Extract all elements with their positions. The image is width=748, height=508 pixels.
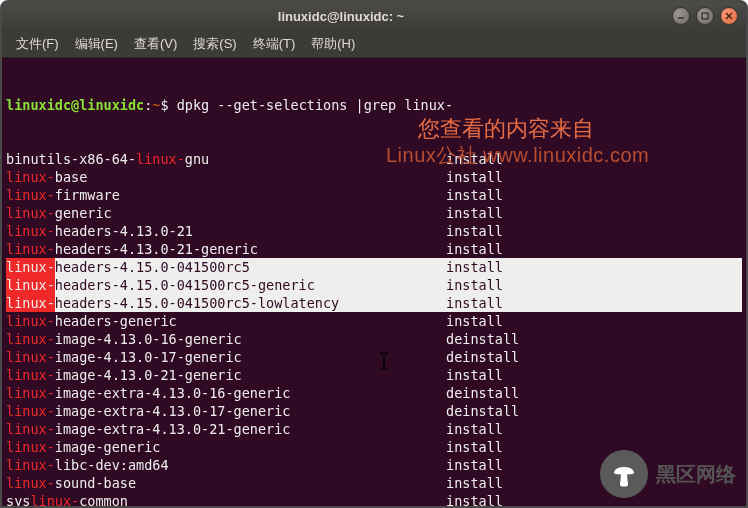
pkg-suffix: image-4.13.0-17-generic: [55, 348, 242, 366]
pkg-status: install: [446, 276, 503, 294]
prompt-line: linuxidc@linuxidc:~$ dpkg --get-selectio…: [6, 96, 742, 114]
pkg-status: install: [446, 204, 503, 222]
pkg-prefix: sys: [6, 492, 30, 506]
pkg-suffix: firmware: [55, 186, 120, 204]
output-row: linux-image-extra-4.13.0-21-genericinsta…: [6, 420, 742, 438]
grep-match: linux-: [6, 438, 55, 456]
pkg-prefix: binutils-x86-64-: [6, 150, 136, 168]
pkg-status: install: [446, 312, 503, 330]
grep-match: linux-: [6, 366, 55, 384]
pkg-status: install: [446, 186, 503, 204]
output-row: binutils-x86-64-linux-gnuinstall: [6, 150, 742, 168]
pkg-suffix: image-extra-4.13.0-17-generic: [55, 402, 291, 420]
grep-match: linux-: [6, 204, 55, 222]
pkg-status: install: [446, 240, 503, 258]
output-row: linux-image-4.13.0-21-genericinstall: [6, 366, 742, 384]
output-row: linux-baseinstall: [6, 168, 742, 186]
menu-edit[interactable]: 编辑(E): [69, 32, 124, 56]
minimize-button[interactable]: [672, 7, 690, 25]
pkg-suffix: image-4.13.0-16-generic: [55, 330, 242, 348]
pkg-status: install: [446, 474, 503, 492]
pkg-status: install: [446, 258, 503, 276]
pkg-suffix: generic: [55, 204, 112, 222]
selection-fill: [339, 294, 742, 312]
menu-search[interactable]: 搜索(S): [187, 32, 242, 56]
menubar: 文件(F) 编辑(E) 查看(V) 搜索(S) 终端(T) 帮助(H): [2, 30, 746, 58]
pkg-suffix: libc-dev:amd64: [55, 456, 169, 474]
pkg-status: deinstall: [446, 330, 519, 348]
output-row: linux-sound-baseinstall: [6, 474, 742, 492]
prompt-colon: :: [144, 96, 152, 114]
pkg-status: install: [446, 438, 503, 456]
grep-match: linux-: [6, 402, 55, 420]
pkg-suffix: headers-4.15.0-041500rc5-generic: [55, 276, 315, 294]
pkg-status: install: [446, 168, 503, 186]
menu-view[interactable]: 查看(V): [128, 32, 183, 56]
window-title: linuxidc@linuxidc: ~: [10, 9, 672, 24]
pkg-suffix: headers-generic: [55, 312, 177, 330]
pkg-suffix: sound-base: [55, 474, 136, 492]
pkg-suffix: headers-4.15.0-041500rc5: [55, 258, 250, 276]
grep-match: linux-: [6, 474, 55, 492]
pkg-suffix: headers-4.13.0-21-generic: [55, 240, 258, 258]
output-row: linux-image-4.13.0-16-genericdeinstall: [6, 330, 742, 348]
menu-file[interactable]: 文件(F): [10, 32, 65, 56]
output-row: linux-headers-4.15.0-041500rc5-genericin…: [6, 276, 742, 294]
output-row: linux-headers-genericinstall: [6, 312, 742, 330]
grep-match: linux-: [6, 294, 55, 312]
pkg-suffix: headers-4.15.0-041500rc5-lowlatency: [55, 294, 339, 312]
output-row: linux-firmwareinstall: [6, 186, 742, 204]
pkg-suffix: gnu: [185, 150, 209, 168]
pkg-status: deinstall: [446, 384, 519, 402]
pkg-suffix: image-extra-4.13.0-16-generic: [55, 384, 291, 402]
grep-match: linux-: [30, 492, 79, 506]
output-row: linux-headers-4.13.0-21install: [6, 222, 742, 240]
menu-help[interactable]: 帮助(H): [305, 32, 361, 56]
grep-match: linux-: [6, 258, 55, 276]
grep-match: linux-: [6, 186, 55, 204]
pkg-status: install: [446, 420, 503, 438]
pkg-status: deinstall: [446, 348, 519, 366]
output-row: linux-image-extra-4.13.0-17-genericdeins…: [6, 402, 742, 420]
terminal-window: linuxidc@linuxidc: ~ 文件(F) 编辑(E) 查看(V) 搜…: [0, 0, 748, 508]
menu-terminal[interactable]: 终端(T): [247, 32, 302, 56]
minimize-icon: [676, 11, 686, 21]
pkg-suffix: image-generic: [55, 438, 161, 456]
svg-rect-1: [702, 13, 708, 19]
window-buttons: [672, 7, 738, 25]
grep-match: linux-: [6, 348, 55, 366]
pkg-status: deinstall: [446, 402, 519, 420]
pkg-suffix: headers-4.13.0-21: [55, 222, 193, 240]
pkg-status: install: [446, 492, 503, 506]
pkg-suffix: common: [79, 492, 128, 506]
pkg-status: install: [446, 456, 503, 474]
maximize-icon: [700, 11, 710, 21]
terminal-body[interactable]: linuxidc@linuxidc:~$ dpkg --get-selectio…: [2, 58, 746, 506]
grep-match: linux-: [6, 312, 55, 330]
maximize-button[interactable]: [696, 7, 714, 25]
pkg-status: install: [446, 150, 503, 168]
output-row: linux-headers-4.15.0-041500rc5-lowlatenc…: [6, 294, 742, 312]
pkg-suffix: image-extra-4.13.0-21-generic: [55, 420, 291, 438]
pkg-suffix: base: [55, 168, 88, 186]
output-row: linux-image-4.13.0-17-genericdeinstall: [6, 348, 742, 366]
prompt-dollar: $: [160, 96, 176, 114]
grep-match: linux-: [6, 168, 55, 186]
output-lines: binutils-x86-64-linux-gnuinstalllinux-ba…: [6, 150, 742, 506]
output-row: linux-image-genericinstall: [6, 438, 742, 456]
close-button[interactable]: [720, 7, 738, 25]
titlebar: linuxidc@linuxidc: ~: [2, 2, 746, 30]
output-row: linux-genericinstall: [6, 204, 742, 222]
output-row: linux-headers-4.15.0-041500rc5install: [6, 258, 742, 276]
grep-match: linux-: [6, 330, 55, 348]
close-icon: [724, 11, 734, 21]
output-row: linux-image-extra-4.13.0-16-genericdeins…: [6, 384, 742, 402]
grep-match: linux-: [6, 456, 55, 474]
grep-match: linux-: [6, 384, 55, 402]
command-text: dpkg --get-selections |grep linux-: [177, 96, 453, 114]
grep-match: linux-: [6, 222, 55, 240]
output-row: syslinux-commoninstall: [6, 492, 742, 506]
grep-match: linux-: [136, 150, 185, 168]
prompt-userhost: linuxidc@linuxidc: [6, 96, 144, 114]
grep-match: linux-: [6, 420, 55, 438]
